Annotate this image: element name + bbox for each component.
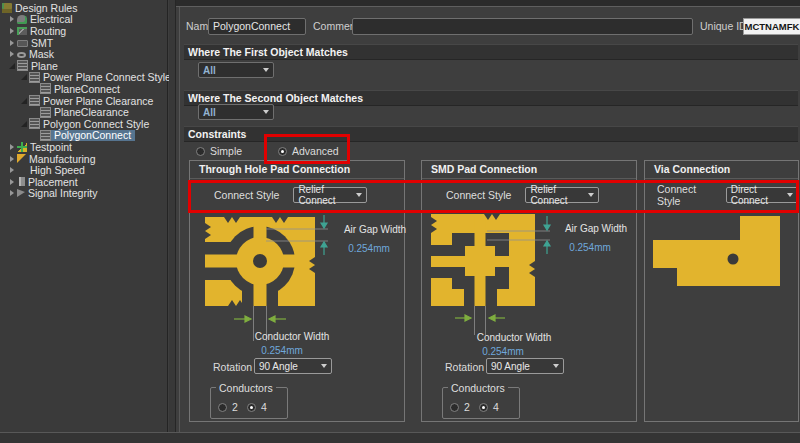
expand-collapsed-icon[interactable] [7,154,17,164]
smd-connect-style-dropdown[interactable]: Relief Connect [525,187,599,203]
conductors-label: Conductors [216,382,276,394]
expand-collapsed-icon[interactable] [7,177,17,187]
selected-tree-item[interactable]: PolygonConnect [40,130,135,142]
expand-collapsed-icon[interactable] [7,38,17,48]
tree-item-label: Manufacturing [26,153,96,165]
rule-grid-icon [29,95,40,106]
tree-item-label: Electrical [27,13,73,25]
tree-item-label: PlaneConnect [51,83,120,95]
expand-collapsed-icon[interactable] [7,165,17,175]
dropdown-value: 90 Angle [259,361,298,372]
smd-rotation-dropdown[interactable]: 90 Angle [486,358,564,374]
connect-style-row: Connect Style Relief Connect [422,186,636,204]
conductors-label: Conductors [448,382,508,394]
tree-item-polygonconnect-selected[interactable]: PolygonConnect [0,130,167,142]
name-input[interactable]: PolygonConnect [208,18,306,35]
polygon-connect-rule-dialog: Design Rules Electrical Routing SMT Mask… [0,0,800,443]
second-object-scope-dropdown[interactable]: All [198,104,274,120]
first-object-scope-dropdown[interactable]: All [198,62,274,78]
chevron-down-icon [356,193,362,197]
radio-label: 2 [232,401,238,413]
rule-grid-icon [17,60,28,71]
unique-id-label: Unique ID [700,20,747,32]
dropdown-value: Relief Connect [530,184,588,206]
air-gap-arrows-icon [321,215,327,255]
dropdown-value: 90 Angle [491,361,530,372]
th-conductors-group: Conductors 2 4 [210,387,288,419]
radio-icon[interactable] [218,403,227,412]
tree-item-plane[interactable]: Plane [0,60,167,72]
air-gap-width-label: Air Gap Width [565,223,627,234]
th-rotation-dropdown[interactable]: 90 Angle [254,358,332,374]
tree-item-signal-integrity[interactable]: Signal Integrity [0,188,167,200]
tree-item-planeconnect[interactable]: PlaneConnect [0,83,167,95]
chevron-down-icon [263,68,269,72]
advanced-mode-radio[interactable]: Advanced [278,145,339,157]
expand-expanded-icon[interactable] [19,72,29,82]
via-direct-connect-preview [650,206,798,326]
th-conductors-4-radio[interactable]: 4 [247,401,267,413]
tree-item-planeclearance[interactable]: PlaneClearance [0,106,167,118]
tree-item-placement[interactable]: Placement [0,176,167,188]
expand-expanded-icon[interactable] [7,61,17,71]
radio-icon[interactable] [450,403,459,412]
rule-grid-icon [29,118,40,129]
via-connect-style-dropdown[interactable]: Direct Connect [726,187,798,203]
testpoint-icon [17,142,27,152]
unique-id-input[interactable]: MCTNAMFK [743,18,800,35]
tree-item-routing[interactable]: Routing [0,25,167,37]
smd-conductors-4-radio[interactable]: 4 [479,401,499,413]
simple-mode-radio[interactable]: Simple [196,145,242,157]
tree-item-label: Power Plane Clearance [40,95,153,107]
tree-item-polygon-connect-style[interactable]: Polygon Connect Style [0,118,167,130]
tree-item-label: Mask [26,48,54,60]
radio-selected-icon[interactable] [278,147,287,156]
radio-label: 2 [464,401,470,413]
radio-selected-icon[interactable] [247,403,256,412]
air-gap-width-value: 0.254mm [348,243,390,254]
tree-item-mask[interactable]: Mask [0,48,167,60]
rule-editor-panel: Name PolygonConnect Comment Unique ID MC… [175,0,800,443]
radio-selected-icon[interactable] [479,403,488,412]
expand-expanded-icon[interactable] [19,96,29,106]
radio-label: Advanced [292,145,339,157]
dropdown-value: All [203,107,216,118]
expand-collapsed-icon[interactable] [7,49,17,59]
th-conductors-2-radio[interactable]: 2 [218,401,238,413]
th-connect-style-dropdown[interactable]: Relief Connect [293,187,367,203]
tree-item-power-plane-connect-style[interactable]: Power Plane Connect Style [0,72,167,84]
tree-item-label: PlaneClearance [51,106,129,118]
radio-label: 4 [493,401,499,413]
mask-icon [17,52,26,58]
expand-expanded-icon[interactable] [19,119,29,129]
conductor-width-value: 0.254mm [261,345,303,356]
expand-collapsed-icon[interactable] [7,26,17,36]
tree-item-electrical[interactable]: Electrical [0,14,167,26]
dropdown-value: Relief Connect [298,184,356,206]
connect-style-row: Connect Style Relief Connect [190,186,404,204]
radio-icon[interactable] [196,147,205,156]
tree-item-testpoint[interactable]: Testpoint [0,141,167,153]
expand-collapsed-icon[interactable] [7,142,17,152]
panel-title: Through Hole Pad Connection [190,161,404,179]
rotation-label: Rotation [213,361,252,373]
tree-item-high-speed[interactable]: High Speed [0,164,167,176]
rule-grid-icon [29,72,40,83]
tree-item-power-plane-clearance[interactable]: Power Plane Clearance [0,95,167,107]
tree-item-manufacturing[interactable]: Manufacturing [0,153,167,165]
second-object-matches-header: Where The Second Object Matches [184,90,798,106]
air-gap-width-label: Air Gap Width [344,224,406,235]
comment-input[interactable] [352,18,693,35]
smd-conductors-2-radio[interactable]: 2 [450,401,470,413]
expand-collapsed-icon[interactable] [7,188,17,198]
radio-label: 4 [261,401,267,413]
conductor-width-label: Conductor Width [477,332,551,343]
tree-item-smt[interactable]: SMT [0,37,167,49]
tree-item-design-rules[interactable]: Design Rules [0,2,167,14]
first-object-matches-header: Where The First Object Matches [184,44,798,60]
connect-style-row: Connect Style Direct Connect [645,186,798,204]
design-rules-tree: Design Rules Electrical Routing SMT Mask… [0,0,168,432]
expand-collapsed-icon[interactable] [7,14,17,24]
conductor-width-arrows-icon [234,316,286,322]
panel-title: SMD Pad Connection [422,161,636,179]
